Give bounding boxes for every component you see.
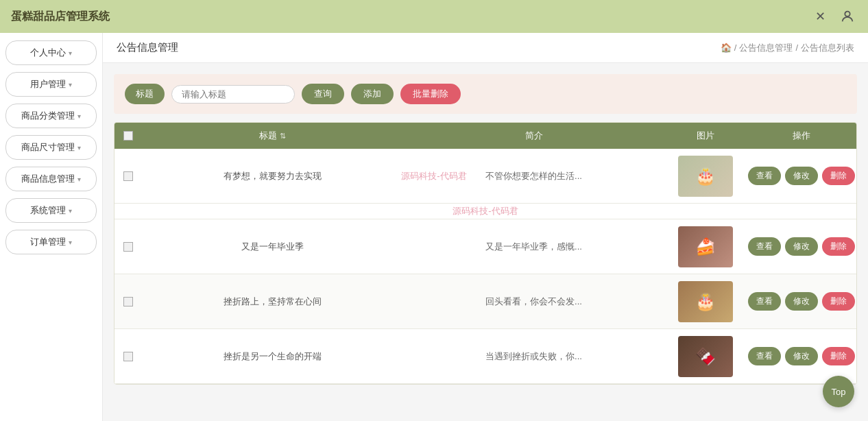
main-content: 公告信息管理 🏠 / 公告信息管理 / 公告信息列表 标题 查询 添加 批量删除 [103,33,868,421]
edit-button[interactable]: 修改 [785,292,818,311]
product-image: 🎂 [678,156,733,197]
header-actions: ✕ [810,7,857,26]
table-col-title: 标题 ⇅ [142,130,403,142]
main-layout: 个人中心 ▾ 用户管理 ▾ 商品分类管理 ▾ 商品尺寸管理 ▾ 商品信息管理 ▾… [0,33,868,421]
app-title: 蛋糕甜品店管理系统 [11,10,110,24]
add-button[interactable]: 添加 [351,84,394,104]
product-image: 🎂 [678,281,733,322]
product-image: 🍫 [678,336,733,377]
table-row: 又是一年毕业季 又是一年毕业季，感慨... 🍰 查看 修改 删除 [114,219,856,274]
user-icon[interactable] [838,7,857,26]
search-label: 标题 [125,84,165,104]
row-1-desc: 不管你想要怎样的生活... 源码科技-代码君 [403,165,664,188]
data-table: 标题 ⇅ 简介 图片 操作 有梦想，就要努力去实现 不管你想要怎样的生活... [114,122,857,385]
delete-button[interactable]: 删除 [822,292,855,311]
table-row: 有梦想，就要努力去实现 不管你想要怎样的生活... 源码科技-代码君 🎂 查看 … [114,149,856,204]
product-image: 🍰 [678,226,733,267]
row-checkbox [114,166,142,187]
row-1-image: 🎂 [664,150,747,202]
row-2-checkbox[interactable] [123,242,133,252]
chevron-down-icon: ▾ [69,49,72,57]
row-4-image: 🍫 [664,330,747,383]
page-title: 公告信息管理 [117,41,178,54]
delete-button[interactable]: 删除 [822,347,855,365]
chevron-down-icon: ▾ [69,239,72,246]
view-button[interactable]: 查看 [748,347,781,365]
row-checkbox [114,291,142,312]
sidebar: 个人中心 ▾ 用户管理 ▾ 商品分类管理 ▾ 商品尺寸管理 ▾ 商品信息管理 ▾… [0,33,103,421]
table-col-img: 图片 [664,130,747,142]
table-col-desc: 简介 [403,130,664,142]
sidebar-item-sizes[interactable]: 商品尺寸管理 ▾ [5,135,97,160]
table-row: 挫折路上，坚持常在心间 回头看看，你会不会发... 🎂 查看 修改 删除 [114,274,856,329]
svg-point-0 [845,12,849,16]
breadcrumb-item1: 公告信息管理 [739,42,793,54]
breadcrumb-item2: 公告信息列表 [801,42,854,54]
row-3-desc: 回头看看，你会不会发... [403,290,664,313]
watermark: 源码科技-代码君 [401,167,466,185]
page-header: 公告信息管理 🏠 / 公告信息管理 / 公告信息列表 [103,33,868,63]
sidebar-item-label: 订单管理 [30,236,66,248]
chevron-down-icon: ▾ [69,81,72,88]
row-3-actions: 查看 修改 删除 [747,287,856,316]
row-2-title: 又是一年毕业季 [142,235,403,258]
edit-button[interactable]: 修改 [785,237,818,256]
table-header: 标题 ⇅ 简介 图片 操作 [114,123,856,149]
content-area: 标题 查询 添加 批量删除 标题 ⇅ 简介 图片 [103,63,868,396]
chevron-down-icon: ▾ [69,207,72,215]
chevron-down-icon: ▾ [77,176,81,183]
row-2-desc: 又是一年毕业季，感慨... [403,235,664,258]
sidebar-item-users[interactable]: 用户管理 ▾ [5,72,97,97]
sidebar-item-label: 商品分类管理 [21,110,75,122]
sidebar-item-label: 个人中心 [30,47,66,59]
breadcrumb-sep1: / [734,43,737,53]
table-col-checkbox [114,131,142,141]
search-bar: 标题 查询 添加 批量删除 [114,74,857,114]
search-input[interactable] [171,85,295,104]
sort-icon[interactable]: ⇅ [280,132,286,140]
sidebar-item-categories[interactable]: 商品分类管理 ▾ [5,104,97,128]
header: 蛋糕甜品店管理系统 ✕ [0,0,868,33]
sidebar-item-label: 系统管理 [30,204,66,217]
row-3-image: 🎂 [664,276,747,328]
breadcrumb: 🏠 / 公告信息管理 / 公告信息列表 [721,42,854,54]
edit-button[interactable]: 修改 [785,347,818,365]
row-4-desc: 当遇到挫折或失败，你... [403,345,664,368]
row-1-actions: 查看 修改 删除 [747,161,856,191]
view-button[interactable]: 查看 [748,292,781,311]
watermark-text: 源码科技-代码君 [453,206,518,216]
home-icon: 🏠 [721,43,732,53]
row-checkbox [114,237,142,257]
row-3-title: 挫折路上，坚持常在心间 [142,290,403,313]
row-2-image: 🍰 [664,221,747,273]
row-4-checkbox[interactable] [123,352,133,361]
chevron-down-icon: ▾ [77,144,81,152]
row-4-actions: 查看 修改 删除 [747,341,856,371]
view-button[interactable]: 查看 [748,167,781,185]
top-button[interactable]: Top [823,376,854,407]
row-3-checkbox[interactable] [123,297,133,306]
edit-button[interactable]: 修改 [785,167,818,185]
table-col-actions: 操作 [747,130,856,142]
watermark-row: 源码科技-代码君 [114,204,856,219]
sidebar-item-orders[interactable]: 订单管理 ▾ [5,230,97,254]
row-4-title: 挫折是另一个生命的开端 [142,345,403,368]
sidebar-item-products[interactable]: 商品信息管理 ▾ [5,167,97,191]
chevron-down-icon: ▾ [77,112,81,120]
delete-button[interactable]: 删除 [822,167,855,185]
delete-button[interactable]: 删除 [822,237,855,256]
row-2-actions: 查看 修改 删除 [747,232,856,261]
sidebar-item-label: 用户管理 [30,78,66,91]
row-1-checkbox[interactable] [123,171,133,181]
batch-delete-button[interactable]: 批量删除 [400,84,461,104]
sidebar-item-label: 商品尺寸管理 [21,141,75,154]
sidebar-item-system[interactable]: 系统管理 ▾ [5,198,97,223]
close-icon[interactable]: ✕ [810,7,830,26]
table-row: 挫折是另一个生命的开端 当遇到挫折或失败，你... 🍫 查看 修改 删除 [114,329,856,384]
sidebar-item-label: 商品信息管理 [21,173,75,185]
select-all-checkbox[interactable] [123,131,133,141]
query-button[interactable]: 查询 [302,84,344,104]
row-checkbox [114,346,142,367]
sidebar-item-personal[interactable]: 个人中心 ▾ [5,40,97,65]
view-button[interactable]: 查看 [748,237,781,256]
